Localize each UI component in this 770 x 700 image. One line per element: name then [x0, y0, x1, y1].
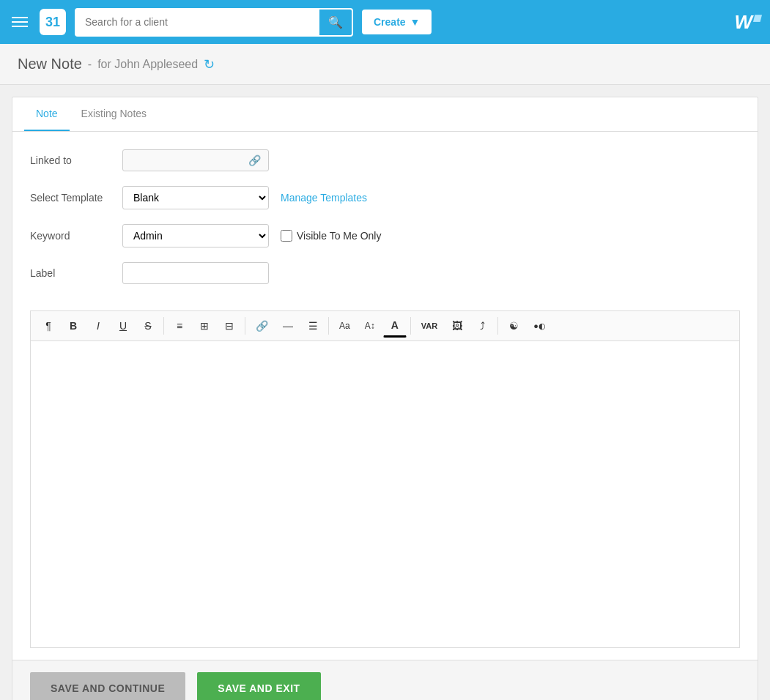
form-area: Linked to 🔗 Select Template Blank Manage… [12, 132, 758, 310]
create-label: Create [374, 16, 406, 28]
toolbar-underline[interactable]: U [111, 314, 135, 338]
toolbar-separator-2 [245, 317, 245, 335]
save-and-exit-button[interactable]: SAVE AND EXIT [197, 672, 320, 700]
menu-icon[interactable] [9, 14, 31, 30]
toolbar-bold[interactable]: B [62, 314, 85, 338]
manage-templates-link[interactable]: Manage Templates [281, 192, 367, 204]
select-template-dropdown[interactable]: Blank [122, 186, 269, 209]
toolbar-separator-4 [410, 317, 411, 335]
toolbar-var[interactable]: VAR [415, 314, 444, 338]
toolbar-line-height[interactable]: A↕ [358, 314, 382, 338]
keyword-row: Keyword Admin Visible To Me Only [30, 224, 740, 247]
toolbar-align[interactable]: ⊞ [193, 314, 216, 338]
toolbar-font-color[interactable]: A [383, 314, 407, 338]
toolbar-image[interactable]: 🖼 [445, 314, 469, 338]
footer-buttons: SAVE AND CONTINUE SAVE AND EXIT [12, 660, 758, 700]
toolbar-separator-3 [328, 317, 329, 335]
toolbar-separator-1 [163, 317, 164, 335]
editor-toolbar: ¶ B I U S ≡ ⊞ ⊟ 🔗 — ☰ Aa A↕ A VAR 🖼 ⤴ ☯ … [30, 310, 740, 340]
visible-to-me-label: Visible To Me Only [297, 230, 381, 242]
toolbar-paragraph[interactable]: ¶ [37, 314, 60, 338]
visible-to-me-checkbox[interactable] [281, 230, 292, 242]
toolbar-more[interactable]: ●◐ [527, 314, 552, 338]
page-client-name: for John Appleseed [97, 58, 198, 71]
toolbar-accessibility[interactable]: ☯ [502, 314, 525, 338]
keyword-dropdown[interactable]: Admin [122, 224, 269, 247]
keyword-label: Keyword [30, 230, 111, 242]
toolbar-align-center[interactable]: ☰ [301, 314, 325, 338]
select-template-row: Select Template Blank Manage Templates [30, 186, 740, 209]
search-bar: 🔍 [75, 8, 353, 37]
linked-to-row: Linked to 🔗 [30, 149, 740, 171]
select-template-label: Select Template [30, 192, 111, 204]
save-and-continue-button[interactable]: SAVE AND CONTINUE [30, 672, 185, 700]
toolbar-link[interactable]: 🔗 [249, 314, 275, 338]
linked-to-input[interactable]: 🔗 [122, 149, 269, 171]
refresh-icon[interactable]: ↻ [204, 56, 215, 72]
page-header: New Note - for John Appleseed ↻ [0, 44, 770, 85]
tab-existing-notes[interactable]: Existing Notes [70, 97, 158, 131]
toolbar-font-size[interactable]: Aa [333, 314, 357, 338]
visible-to-me-row: Visible To Me Only [281, 230, 381, 242]
editor-area[interactable] [30, 340, 740, 648]
toolbar-hr[interactable]: — [276, 314, 300, 338]
app-header: 31 🔍 Create ▼ W◼ [0, 0, 770, 44]
toolbar-separator-5 [497, 317, 498, 335]
chevron-down-icon: ▼ [410, 16, 421, 28]
toolbar-table[interactable]: ⊟ [218, 314, 241, 338]
toolbar-strikethrough[interactable]: S [136, 314, 160, 338]
calendar-icon[interactable]: 31 [40, 9, 66, 35]
toolbar-bullet-list[interactable]: ≡ [168, 314, 191, 338]
tab-note[interactable]: Note [24, 97, 70, 131]
main-content: Note Existing Notes Linked to 🔗 Select T… [12, 97, 758, 700]
toolbar-italic[interactable]: I [86, 314, 110, 338]
page-title: New Note [18, 56, 82, 72]
page-separator: - [88, 58, 92, 71]
search-input[interactable] [76, 10, 319, 34]
label-row: Label [30, 262, 740, 284]
app-logo: W◼ [734, 10, 761, 34]
label-label: Label [30, 267, 111, 279]
linked-to-label: Linked to [30, 154, 111, 166]
create-button[interactable]: Create ▼ [362, 10, 432, 34]
toolbar-expand[interactable]: ⤴ [470, 314, 494, 338]
link-icon: 🔗 [248, 154, 261, 166]
search-button[interactable]: 🔍 [319, 10, 352, 35]
label-input[interactable] [122, 262, 269, 284]
tabs: Note Existing Notes [12, 97, 758, 132]
